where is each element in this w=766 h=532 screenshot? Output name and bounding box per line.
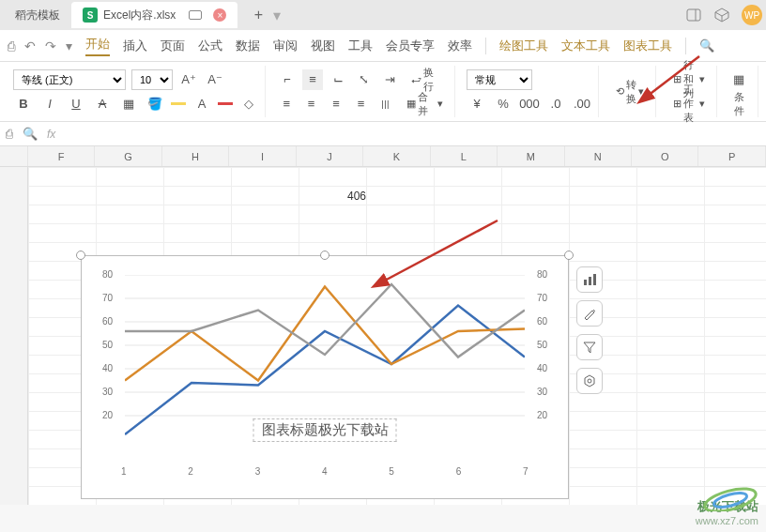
column-headers: F G H I J K L M N O P <box>0 146 766 167</box>
col-header[interactable]: M <box>498 146 564 166</box>
percent-icon[interactable]: % <box>493 94 513 114</box>
underline-button[interactable]: U <box>66 94 86 114</box>
menu-review[interactable]: 审阅 <box>273 38 298 54</box>
bold-button[interactable]: B <box>13 94 34 114</box>
y-tick: 80 <box>102 269 113 280</box>
menu-page[interactable]: 页面 <box>161 38 185 54</box>
conditional-button[interactable]: 条件 <box>728 94 752 114</box>
col-header[interactable]: P <box>698 146 765 166</box>
align-top-icon[interactable]: ⌐ <box>277 69 297 90</box>
dropdown-icon[interactable]: ▾ <box>66 38 72 53</box>
fx-label[interactable]: fx <box>47 128 55 141</box>
watermark: 极光下载站 www.xz7.com <box>696 498 758 526</box>
resize-handle[interactable] <box>76 251 85 260</box>
col-header[interactable]: N <box>565 146 632 166</box>
tab-menu-icon[interactable]: ▾ <box>273 7 281 24</box>
print-icon[interactable]: ⎙ <box>6 127 13 141</box>
strike-button[interactable]: A <box>92 94 113 114</box>
chart-title[interactable]: 图表标题极光下载站 <box>253 418 397 442</box>
font-color-icon[interactable]: A <box>192 94 212 114</box>
resize-handle[interactable] <box>564 251 574 260</box>
menu-start[interactable]: 开始 <box>85 36 110 56</box>
convert-button[interactable]: ⟲ 转换 ▾ <box>610 82 650 102</box>
increase-font-icon[interactable]: A⁺ <box>178 69 199 90</box>
formula-input[interactable] <box>65 128 760 141</box>
menu-insert[interactable]: 插入 <box>123 38 147 54</box>
resize-handle[interactable] <box>320 251 329 260</box>
col-header[interactable]: L <box>431 146 498 166</box>
menu-view[interactable]: 视图 <box>311 38 335 54</box>
avatar[interactable]: WP <box>742 5 762 25</box>
tab-active[interactable]: S Excel内容.xlsx × <box>71 2 237 28</box>
decrease-decimal-icon[interactable]: .0 <box>545 94 566 114</box>
thousands-icon[interactable]: 000 <box>519 94 540 114</box>
tab-bar: 稻壳模板 S Excel内容.xlsx × + ▾ WP <box>0 0 766 30</box>
svg-rect-0 <box>687 9 700 21</box>
menu-efficiency[interactable]: 效率 <box>448 38 472 54</box>
save-icon[interactable]: ⎙ <box>8 38 15 53</box>
redo-icon[interactable]: ↷ <box>45 38 56 53</box>
chart-elements-button[interactable] <box>576 266 603 293</box>
menu-formula[interactable]: 公式 <box>198 38 222 54</box>
justify-icon[interactable]: ≡ <box>351 94 370 114</box>
separator <box>685 38 686 54</box>
grid[interactable]: 406 20304050607080 20304050607080 123456… <box>0 167 766 505</box>
border-icon[interactable]: ▦ <box>118 94 139 114</box>
x-tick: 5 <box>389 466 394 477</box>
number-format-select[interactable]: 常规 <box>467 69 532 90</box>
spreadsheet-icon: S <box>83 8 98 23</box>
format-icon[interactable]: ▦ <box>728 69 749 90</box>
col-header[interactable]: J <box>297 146 363 166</box>
chart-style-button[interactable] <box>576 300 603 327</box>
menu-text-tools[interactable]: 文本工具 <box>561 38 610 54</box>
worksheet-button[interactable]: ⊞ 工作表 ▾ <box>667 94 711 114</box>
col-header[interactable]: O <box>632 146 698 166</box>
chart-side-tools <box>576 266 603 394</box>
increase-decimal-icon[interactable]: .00 <box>572 94 592 114</box>
col-header[interactable]: K <box>363 146 430 166</box>
orientation-icon[interactable]: ⤡ <box>354 69 374 90</box>
close-icon[interactable]: × <box>213 8 226 22</box>
cube-icon[interactable] <box>713 7 730 23</box>
y-tick: 70 <box>102 293 113 303</box>
menu-chart-tools[interactable]: 图表工具 <box>623 38 672 54</box>
align-center-icon[interactable]: ≡ <box>301 94 320 114</box>
menu-draw-tools[interactable]: 绘图工具 <box>499 38 548 54</box>
col-header[interactable]: H <box>162 146 229 166</box>
y-tick: 60 <box>537 316 547 327</box>
font-size-select[interactable]: 10 <box>131 69 173 90</box>
align-left-icon[interactable]: ≡ <box>277 94 296 114</box>
tab-add-button[interactable]: + <box>247 4 269 26</box>
search-icon[interactable]: 🔍 <box>699 38 714 53</box>
merge-button[interactable]: ▦ 合并 ▾ <box>401 94 449 114</box>
col-header[interactable]: G <box>95 146 161 166</box>
watermark-url: www.xz7.com <box>696 515 758 526</box>
col-header[interactable]: I <box>229 146 296 166</box>
menu-tools[interactable]: 工具 <box>348 38 373 54</box>
align-right-icon[interactable]: ≡ <box>327 94 345 114</box>
col-header[interactable]: F <box>28 146 95 166</box>
wrap-button[interactable]: ⮐ 换行 <box>406 69 449 90</box>
clear-format-icon[interactable]: ◇ <box>238 94 259 114</box>
fill-color-icon[interactable]: 🪣 <box>145 94 165 114</box>
chart-filter-button[interactable] <box>576 334 603 360</box>
zoom-icon[interactable]: 🔍 <box>23 127 38 141</box>
undo-icon[interactable]: ↶ <box>24 38 36 53</box>
align-middle-icon[interactable]: ≡ <box>302 69 322 90</box>
currency-icon[interactable]: ¥ <box>467 94 487 114</box>
menu-data[interactable]: 数据 <box>236 38 260 54</box>
tab-template[interactable]: 稻壳模板 <box>4 2 71 28</box>
italic-button[interactable]: I <box>39 94 60 114</box>
menu-member[interactable]: 会员专享 <box>386 38 435 54</box>
indent-icon[interactable]: ⇥ <box>380 69 400 90</box>
select-all[interactable] <box>0 146 28 166</box>
y-tick: 20 <box>537 410 547 420</box>
align-bottom-icon[interactable]: ⌙ <box>329 69 348 90</box>
chart-settings-button[interactable] <box>576 368 603 394</box>
font-name-select[interactable]: 等线 (正文) <box>13 69 126 90</box>
chart-object[interactable]: 20304050607080 20304050607080 1234567 图表… <box>81 255 569 499</box>
distribute-icon[interactable]: ⫼ <box>376 94 395 114</box>
decrease-font-icon[interactable]: A⁻ <box>205 69 225 90</box>
panel-icon[interactable] <box>685 7 702 23</box>
y-tick: 50 <box>102 340 113 350</box>
